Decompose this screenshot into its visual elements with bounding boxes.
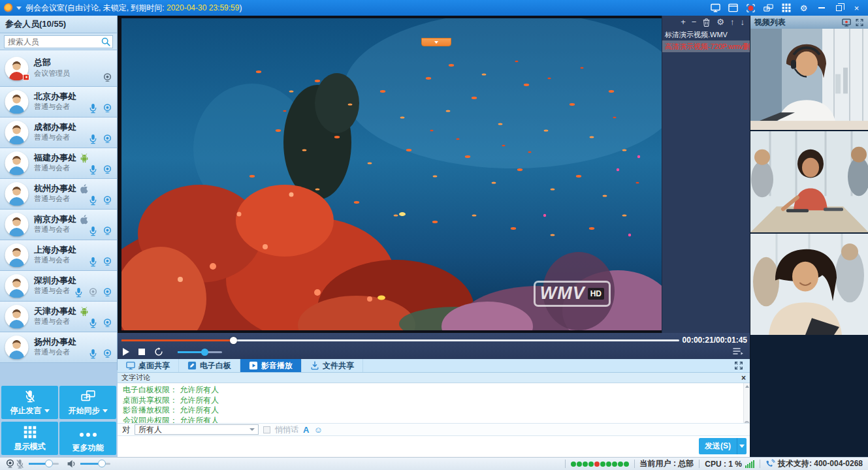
chat-message: 电子白板权限： 允许所有人 [123, 385, 737, 396]
connection-quality-dots [571, 462, 629, 467]
send-button[interactable]: 发送(S) [699, 438, 737, 454]
webcam-icon[interactable] [103, 195, 112, 206]
mic-icon[interactable] [88, 318, 98, 328]
participant-row[interactable]: 福建办事处 普通与会者 [0, 148, 117, 179]
webcam-icon[interactable] [103, 164, 112, 175]
tab-media-play[interactable]: 影音播放 [240, 359, 302, 372]
mic-volume-slider[interactable] [29, 463, 59, 465]
progress-handle[interactable] [230, 337, 237, 344]
search-icon[interactable] [101, 37, 110, 46]
webcam-icon[interactable] [103, 134, 112, 144]
playlist-file[interactable]: 标清演示视频.WMV [662, 29, 750, 40]
participant-row[interactable]: 杭州办事处 普通与会者 [0, 179, 117, 210]
tab-file-share[interactable]: 文件共享 [302, 359, 363, 372]
mic-icon[interactable] [88, 195, 98, 206]
recipient-select[interactable]: 所有人 [135, 424, 259, 435]
volume-handle[interactable] [201, 349, 208, 356]
start-sync-button[interactable]: 开始同步 [59, 386, 116, 419]
webcam-icon[interactable] [103, 349, 112, 359]
video-player-area[interactable]: WMV HD [118, 16, 662, 333]
window-layout-icon[interactable] [728, 3, 738, 13]
dropdown-arrow-icon[interactable] [103, 409, 108, 413]
video-thumbnail[interactable] [750, 234, 868, 335]
delete-file-link[interactable]: 删除 [743, 40, 750, 52]
replay-button[interactable] [154, 347, 163, 356]
participant-row[interactable]: 上海办事处 普通与会者 [0, 240, 117, 271]
monitor-record-icon[interactable] [842, 18, 851, 27]
mic-icon[interactable] [88, 103, 98, 114]
webcam-off-icon[interactable] [88, 287, 98, 298]
whisper-checkbox[interactable] [263, 426, 270, 433]
chat-collapse-handle[interactable] [421, 38, 451, 46]
play-button[interactable] [123, 348, 129, 356]
dropdown-arrow-icon[interactable] [44, 409, 50, 413]
send-options-button[interactable] [737, 438, 747, 454]
participant-row[interactable]: 南京办事处 普通与会者 [0, 210, 117, 240]
participant-row[interactable]: 深圳办事处 普通与会者 [0, 271, 117, 302]
minimize-button[interactable] [816, 3, 826, 13]
tab-desktop-share[interactable]: 桌面共享 [118, 359, 179, 372]
fullscreen-icon[interactable] [734, 361, 743, 370]
playlist-toggle-icon[interactable] [733, 347, 743, 355]
participant-row[interactable]: 总部 会议管理员 [0, 50, 117, 87]
more-features-button[interactable]: 更多功能 [59, 422, 116, 455]
webcam-icon[interactable] [103, 318, 112, 328]
progress-bar[interactable] [121, 339, 679, 341]
webcam-icon[interactable] [103, 226, 112, 236]
participant-row[interactable]: 扬州办事处 普通与会者 [0, 332, 117, 363]
stop-button[interactable] [138, 349, 145, 355]
mic-icon[interactable] [88, 349, 98, 359]
webcam-status-icon[interactable] [5, 459, 15, 469]
mic-icon[interactable] [74, 287, 84, 298]
mic-icon[interactable] [88, 134, 98, 144]
participant-name: 扬州办事处 [34, 336, 76, 348]
mic-icon[interactable] [88, 226, 98, 236]
video-thumbnail[interactable] [750, 29, 868, 130]
mic-icon[interactable] [88, 257, 98, 267]
chat-panel: 文字讨论 × 电子白板权限： 允许所有人 桌面共享权限： 允许所有人 影音播放权… [118, 373, 750, 457]
playlist-file-selected[interactable]: 高清演示视频-720P.wmv 删除 [662, 40, 750, 52]
restore-button[interactable] [834, 3, 844, 13]
record-icon[interactable] [746, 3, 756, 13]
app-logo-icon [4, 3, 14, 13]
desktop-share-icon[interactable] [711, 3, 720, 13]
speaker-icon[interactable] [67, 459, 76, 469]
stop-speaking-button[interactable]: 停止发言 [1, 386, 58, 419]
webcam-icon[interactable] [103, 103, 112, 114]
speaker-volume-slider[interactable] [80, 463, 110, 465]
font-icon[interactable]: A [303, 425, 309, 435]
move-up-button[interactable]: ↑ [730, 16, 735, 28]
webcam-icon[interactable] [103, 72, 112, 83]
playlist-remove-button[interactable]: − [692, 16, 697, 28]
chat-header: 文字讨论 × [118, 373, 750, 383]
chat-close-icon[interactable]: × [741, 373, 746, 383]
search-input[interactable] [4, 35, 113, 48]
scroll-up-icon[interactable] [745, 385, 749, 388]
mic-icon[interactable] [88, 164, 98, 175]
avatar [5, 336, 29, 360]
participant-row[interactable]: 天津办事处 普通与会者 [0, 302, 117, 332]
cast-icon[interactable] [764, 3, 773, 13]
participant-row[interactable]: 北京办事处 普通与会者 [0, 87, 117, 118]
grid-layout-icon [23, 426, 37, 439]
emoji-icon[interactable]: ☺ [313, 425, 322, 435]
volume-slider[interactable] [178, 351, 222, 353]
tab-whiteboard[interactable]: 电子白板 [179, 359, 240, 372]
close-button[interactable]: × [852, 3, 861, 13]
playlist-settings-icon[interactable]: ⚙ [716, 16, 724, 28]
move-down-button[interactable]: ↓ [741, 16, 745, 28]
playlist-add-button[interactable]: + [681, 16, 686, 28]
settings-gear-icon[interactable]: ⚙ [799, 3, 809, 13]
webcam-icon[interactable] [103, 287, 112, 298]
grid-icon[interactable] [781, 3, 791, 13]
video-thumbnail[interactable] [750, 131, 868, 232]
participant-row[interactable]: 成都办事处 普通与会者 [0, 118, 117, 148]
chat-message: 会议同步权限： 允许所有人 [123, 416, 737, 424]
display-mode-button[interactable]: 显示模式 [1, 422, 58, 455]
expand-icon[interactable] [855, 18, 864, 27]
trash-icon[interactable] [702, 18, 711, 27]
mic-muted-icon[interactable] [15, 459, 25, 469]
chat-message-input[interactable] [118, 436, 750, 457]
webcam-icon[interactable] [103, 257, 112, 267]
chevron-down-icon[interactable] [16, 7, 22, 10]
